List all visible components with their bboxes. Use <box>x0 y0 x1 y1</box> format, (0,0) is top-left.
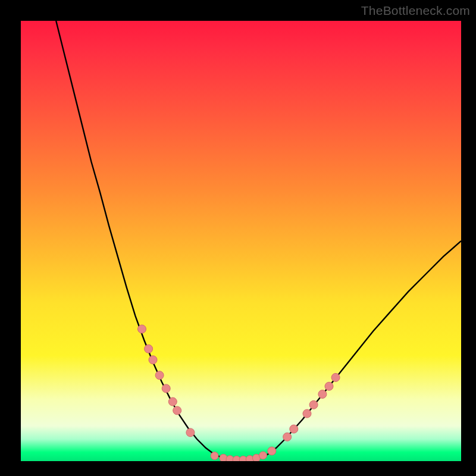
marker-dot <box>259 452 267 459</box>
marker-dot <box>138 325 146 333</box>
curve-svg <box>21 21 461 461</box>
marker-dot <box>309 400 318 409</box>
marker-dot <box>145 345 153 353</box>
marker-dot <box>162 384 170 393</box>
outer-frame: TheBottleneck.com <box>0 0 476 476</box>
marker-dot <box>186 428 195 437</box>
marker-dot <box>325 382 333 390</box>
marker-dot <box>318 390 327 399</box>
bottleneck-curve-path <box>56 21 461 461</box>
watermark-text: TheBottleneck.com <box>361 4 470 18</box>
marker-dot <box>331 373 340 381</box>
plot-area <box>21 21 461 461</box>
marker-dot <box>173 406 181 415</box>
marker-dot <box>303 409 311 418</box>
marker-dot <box>168 397 177 406</box>
marker-dot <box>268 447 276 455</box>
marker-dot <box>155 371 164 380</box>
marker-dot <box>149 356 157 364</box>
marker-dot <box>211 452 218 460</box>
marker-dot <box>290 425 298 433</box>
marker-dot <box>283 433 292 441</box>
